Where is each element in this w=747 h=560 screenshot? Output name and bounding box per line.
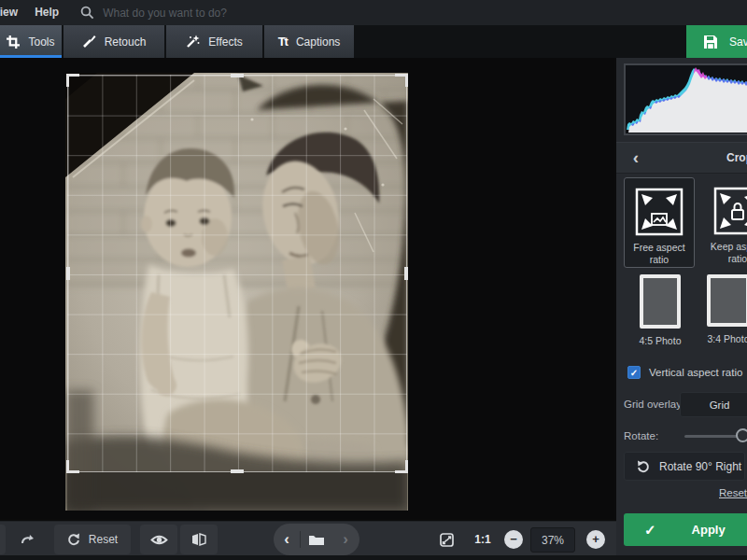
tab-bar: Tools Retouch Effects Tt Captions: [0, 25, 747, 58]
menu-bar: View Help: [0, 0, 747, 25]
grid-overlay-dropdown[interactable]: Grid: [680, 392, 747, 417]
tile-4-5-photo[interactable]: 4:5 Photo: [634, 274, 686, 346]
tile-label: 3:4 Photo: [708, 333, 747, 344]
crop-handle-bottom-right[interactable]: [395, 460, 408, 473]
actual-size-label: 1:1: [474, 533, 490, 546]
before-after-button[interactable]: [180, 525, 218, 554]
actual-size-button[interactable]: 1:1: [465, 525, 500, 554]
crop-region[interactable]: [67, 75, 407, 472]
menu-item-help[interactable]: Help: [26, 0, 67, 25]
history-reset-button[interactable]: Reset: [54, 525, 131, 554]
tab-label: Captions: [296, 35, 340, 49]
previous-image-button[interactable]: ‹: [274, 525, 300, 554]
fit-to-screen-button[interactable]: [430, 525, 463, 554]
ratio-4-5-icon: [640, 274, 681, 329]
tile-free-aspect-ratio[interactable]: Free aspect ratio: [624, 177, 695, 268]
crop-dimmed-area: [67, 472, 407, 511]
crop-tool-icon: [7, 35, 20, 49]
menu-item-view[interactable]: View: [0, 0, 26, 25]
crop-handle-top-left[interactable]: [66, 74, 79, 87]
eye-icon: [150, 534, 168, 546]
tile-label: Keep aspect ratio: [705, 241, 747, 265]
tab-tools[interactable]: Tools: [0, 25, 62, 58]
save-button[interactable]: Save: [686, 25, 747, 58]
reset-label: Reset: [89, 533, 118, 546]
fit-screen-icon: [439, 532, 455, 548]
zoom-out-button[interactable]: −: [504, 530, 523, 549]
global-search: [80, 6, 747, 20]
open-folder-button[interactable]: [301, 525, 332, 554]
rotate-clockwise-icon: [637, 460, 650, 473]
zoom-level-display: 37%: [530, 527, 575, 553]
rotate-slider[interactable]: [684, 435, 747, 438]
save-label: Save: [729, 35, 747, 49]
tab-label: Effects: [208, 35, 242, 49]
tab-captions[interactable]: Tt Captions: [264, 25, 354, 58]
panel-header: ‹ Crop: [616, 142, 747, 174]
captions-icon: Tt: [278, 35, 288, 49]
tile-label: 4:5 Photo: [640, 335, 682, 346]
crop-handle-bottom-left[interactable]: [66, 460, 79, 473]
grid-overlay-label: Grid overlay:: [624, 399, 684, 410]
tab-label: Retouch: [105, 35, 147, 49]
plus-icon: +: [592, 532, 599, 546]
search-input[interactable]: [103, 7, 495, 20]
search-icon: [80, 6, 94, 20]
ratio-3-4-icon: [707, 274, 747, 327]
folder-icon: [308, 534, 325, 546]
preview-original-button[interactable]: [140, 525, 177, 554]
crop-handle-top[interactable]: [231, 74, 244, 77]
tile-keep-aspect-ratio[interactable]: Keep aspect ratio: [702, 177, 747, 268]
crop-handle-top-right[interactable]: [395, 74, 408, 87]
zoom-level-value: 37%: [542, 534, 564, 547]
redo-icon: [20, 533, 35, 546]
tab-label: Tools: [28, 35, 54, 49]
vertical-aspect-checkbox[interactable]: ✓ Vertical aspect ratio: [627, 366, 742, 379]
apply-check-icon: ✓: [644, 522, 656, 539]
histogram: [624, 63, 747, 135]
crop-handle-right[interactable]: [404, 267, 408, 280]
crop-handle-left[interactable]: [66, 267, 70, 280]
rotate-90-label: Rotate 90° Right: [659, 460, 741, 473]
redo-button[interactable]: [9, 525, 45, 554]
back-button[interactable]: ‹: [626, 147, 646, 171]
undo-button[interactable]: [0, 525, 6, 554]
tile-label: Free aspect ratio: [627, 242, 692, 266]
apply-button[interactable]: ✓ Apply: [624, 513, 747, 546]
free-aspect-icon: [634, 187, 684, 237]
brush-icon: [82, 35, 96, 49]
dropdown-value: Grid: [710, 399, 730, 411]
crop-reset-link[interactable]: Reset: [719, 487, 747, 498]
rotate-90-right-button[interactable]: Rotate 90° Right: [624, 452, 745, 481]
magic-wand-icon: [186, 35, 200, 49]
crop-handle-bottom[interactable]: [231, 469, 244, 473]
crop-panel: ‹ Crop Free aspect ratio Keep aspect rat…: [616, 58, 747, 560]
minus-icon: −: [510, 532, 517, 546]
window-bottom-edge: [0, 555, 747, 560]
zoom-in-button[interactable]: +: [586, 530, 605, 549]
tab-effects[interactable]: Effects: [166, 25, 262, 58]
reset-rotate-icon: [67, 533, 80, 546]
apply-label: Apply: [692, 523, 726, 537]
checkbox-label: Vertical aspect ratio: [649, 367, 742, 378]
tab-retouch[interactable]: Retouch: [63, 25, 164, 58]
save-icon: [703, 35, 718, 49]
compare-icon: [191, 533, 206, 546]
keep-aspect-icon: [712, 186, 747, 236]
rotate-slider-handle[interactable]: [736, 428, 747, 442]
tile-3-4-photo[interactable]: 3:4 Photo: [702, 274, 747, 344]
canvas: [0, 58, 614, 519]
rotate-label: Rotate:: [624, 430, 658, 441]
checkbox-check-icon: ✓: [627, 366, 641, 379]
next-image-button[interactable]: ›: [332, 525, 359, 554]
bottom-toolbar: Reset ‹ › 1:1 − 37%: [0, 521, 616, 556]
panel-title: Crop: [726, 151, 747, 164]
file-navigation: ‹ ›: [274, 524, 359, 555]
